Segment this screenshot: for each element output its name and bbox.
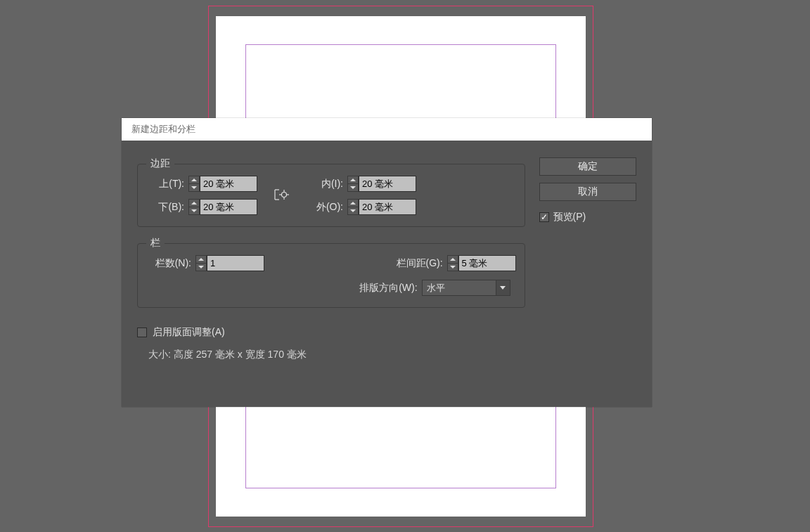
margin-top-down[interactable] bbox=[188, 183, 200, 192]
margin-top-input[interactable] bbox=[200, 176, 257, 192]
direction-value: 水平 bbox=[423, 282, 496, 294]
svg-marker-12 bbox=[350, 209, 356, 212]
margin-top-up[interactable] bbox=[188, 176, 200, 183]
gutter-stepper[interactable] bbox=[447, 255, 516, 271]
svg-marker-9 bbox=[350, 179, 356, 181]
margin-bottom-stepper[interactable] bbox=[188, 199, 257, 215]
svg-marker-1 bbox=[191, 186, 197, 189]
gutter-down[interactable] bbox=[447, 263, 458, 271]
svg-marker-13 bbox=[198, 258, 204, 261]
layout-adjust-label: 启用版面调整(A) bbox=[153, 326, 225, 339]
svg-marker-3 bbox=[191, 209, 197, 212]
margin-top-label: 上(T): bbox=[146, 178, 184, 190]
margin-inside-label: 内(I): bbox=[305, 178, 343, 190]
margins-legend: 边距 bbox=[146, 157, 174, 170]
margin-outside-up[interactable] bbox=[347, 199, 359, 207]
column-count-input[interactable] bbox=[207, 255, 264, 271]
margin-outside-stepper[interactable] bbox=[347, 199, 416, 215]
margin-inside-input[interactable] bbox=[359, 176, 416, 192]
svg-marker-2 bbox=[191, 202, 197, 205]
svg-marker-11 bbox=[350, 202, 356, 205]
margin-bottom-label: 下(B): bbox=[146, 201, 184, 214]
dialog-titlebar[interactable]: 新建边距和分栏 bbox=[122, 118, 652, 141]
margin-top-stepper[interactable] bbox=[188, 176, 257, 192]
link-margins-icon[interactable] bbox=[272, 184, 290, 207]
gutter-label: 栏间距(G): bbox=[384, 257, 443, 270]
gutter-up[interactable] bbox=[447, 255, 458, 263]
margin-inside-down[interactable] bbox=[347, 183, 359, 192]
svg-point-4 bbox=[282, 192, 287, 197]
margin-bottom-up[interactable] bbox=[188, 199, 200, 207]
gutter-input[interactable] bbox=[458, 255, 516, 271]
cancel-button[interactable]: 取消 bbox=[539, 183, 636, 201]
svg-marker-10 bbox=[350, 186, 356, 189]
svg-marker-15 bbox=[450, 258, 456, 261]
svg-marker-16 bbox=[450, 266, 456, 268]
margins-columns-dialog: 新建边距和分栏 边距 上(T): bbox=[122, 118, 652, 407]
margin-outside-input[interactable] bbox=[359, 199, 416, 215]
columns-legend: 栏 bbox=[146, 237, 165, 249]
direction-select[interactable]: 水平 bbox=[422, 280, 510, 296]
svg-marker-0 bbox=[191, 179, 197, 181]
svg-marker-17 bbox=[500, 286, 506, 290]
dialog-title: 新建边距和分栏 bbox=[131, 123, 195, 136]
column-count-label: 栏数(N): bbox=[146, 257, 191, 270]
margin-bottom-input[interactable] bbox=[200, 199, 257, 215]
size-info: 大小: 高度 257 毫米 x 宽度 170 毫米 bbox=[148, 349, 525, 361]
column-count-up[interactable] bbox=[195, 255, 207, 263]
margin-bottom-down[interactable] bbox=[188, 207, 200, 215]
svg-marker-14 bbox=[198, 266, 204, 268]
chevron-down-icon bbox=[496, 280, 510, 295]
column-count-down[interactable] bbox=[195, 263, 207, 271]
layout-adjust-checkbox[interactable] bbox=[137, 327, 147, 337]
ok-button[interactable]: 确定 bbox=[539, 157, 636, 176]
margin-outside-label: 外(O): bbox=[305, 201, 343, 214]
columns-group: 栏 栏数(N): 栏间距 bbox=[137, 237, 525, 308]
column-count-stepper[interactable] bbox=[195, 255, 264, 271]
margins-group: 边距 上(T): bbox=[137, 157, 525, 227]
margin-inside-stepper[interactable] bbox=[347, 176, 416, 192]
preview-checkbox[interactable] bbox=[539, 212, 549, 222]
preview-label: 预览(P) bbox=[553, 211, 586, 223]
margin-inside-up[interactable] bbox=[347, 176, 359, 183]
margin-outside-down[interactable] bbox=[347, 207, 359, 215]
direction-label: 排版方向(W): bbox=[342, 282, 418, 294]
